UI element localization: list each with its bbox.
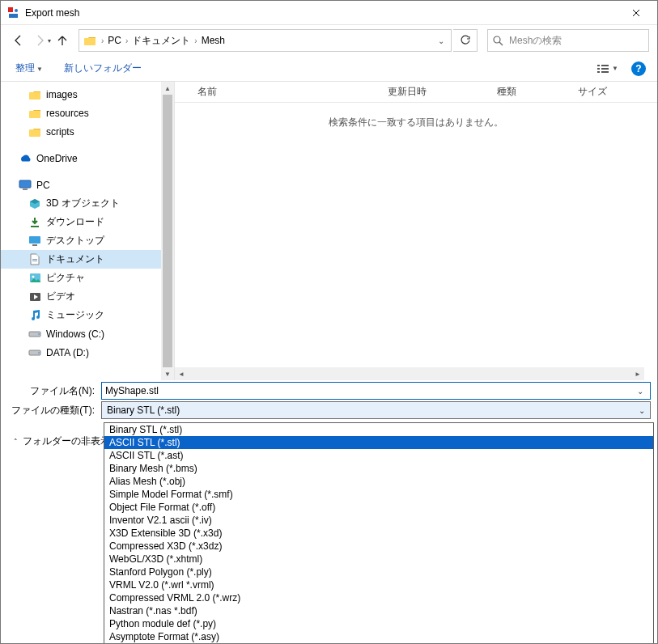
view-mode-button[interactable]: ▼ <box>592 60 623 78</box>
file-hscrollbar[interactable]: ◄ ► <box>175 367 644 380</box>
filetype-select[interactable]: Binary STL (*.stl) ⌄ <box>101 401 651 419</box>
col-type[interactable]: 種類 <box>497 85 578 99</box>
filetype-option[interactable]: Compressed VRML 2.0 (*.wrz) <box>104 591 653 604</box>
tree-item[interactable]: scripts <box>1 122 174 141</box>
filename-dropdown[interactable]: ⌄ <box>634 387 647 396</box>
tree-label: scripts <box>46 126 74 138</box>
filetype-dropdown[interactable]: Binary STL (*.stl)ASCII STL (*.stl)ASCII… <box>104 422 654 644</box>
download-icon <box>28 216 41 229</box>
drive-icon <box>28 346 41 359</box>
filetype-option[interactable]: VRML V2.0 (*.wrl *.vrml) <box>104 578 653 591</box>
tree-item[interactable]: ドキュメント <box>1 250 174 269</box>
svg-rect-8 <box>601 68 609 70</box>
refresh-button[interactable] <box>453 29 478 52</box>
filetype-option[interactable]: Stanford Polygon (*.ply) <box>104 566 653 578</box>
sidebar-scrollbar[interactable]: ▲ ▼ <box>161 82 174 380</box>
new-folder-button[interactable]: 新しいフォルダー <box>61 60 145 77</box>
tree-item[interactable]: resources <box>1 104 174 122</box>
svg-rect-5 <box>597 65 600 66</box>
tree-item[interactable]: 3D オブジェクト <box>1 194 174 213</box>
svg-rect-14 <box>19 180 31 188</box>
svg-point-4 <box>494 36 500 43</box>
drive-icon <box>28 328 41 341</box>
app-icon <box>7 6 20 19</box>
svg-point-22 <box>32 276 34 278</box>
filetype-option[interactable]: ASCII STL (*.stl) <box>104 436 653 449</box>
col-name[interactable]: 名前 <box>197 85 388 99</box>
scroll-right-icon[interactable]: ► <box>631 367 644 380</box>
recent-dropdown[interactable]: ▾ <box>48 37 51 44</box>
filetype-option[interactable]: Binary STL (*.stl) <box>104 423 653 436</box>
tree-item[interactable]: デスクトップ <box>1 231 174 250</box>
pc-icon <box>19 179 32 192</box>
tree-label: ダウンロード <box>46 215 104 229</box>
filetype-option[interactable]: Inventor V2.1 ascii (*.iv) <box>104 514 653 527</box>
col-date[interactable]: 更新日時 <box>388 85 497 99</box>
svg-point-25 <box>38 333 40 335</box>
tree-item[interactable]: DATA (D:) <box>1 343 174 362</box>
search-placeholder: Meshの検索 <box>509 34 562 48</box>
scroll-down-icon[interactable]: ▼ <box>161 367 174 380</box>
video-icon <box>28 290 41 303</box>
svg-rect-6 <box>601 65 609 66</box>
close-button[interactable] <box>618 1 654 25</box>
organize-button[interactable]: 整理▼ <box>12 60 46 77</box>
filetype-option[interactable]: WebGL/X3D (*.xhtml) <box>104 553 653 566</box>
scroll-up-icon[interactable]: ▲ <box>161 82 174 95</box>
tree-item[interactable]: ピクチャ <box>1 269 174 287</box>
folder-icon <box>28 88 41 101</box>
breadcrumb-documents[interactable]: ドキュメント <box>130 34 192 48</box>
nav-row: ▾ › PC › ドキュメント › Mesh ⌄ Meshの検索 <box>1 25 657 56</box>
tree-item[interactable]: ビデオ <box>1 287 174 306</box>
filetype-option[interactable]: Simple Model Format (*.smf) <box>104 488 653 501</box>
forward-button[interactable] <box>30 31 49 50</box>
onedrive-icon <box>19 152 32 165</box>
chevron-down-icon: ⌄ <box>639 406 645 415</box>
chevron-right-icon[interactable]: › <box>99 36 106 45</box>
filename-input-wrap[interactable]: ⌄ <box>101 382 651 400</box>
svg-rect-20 <box>32 261 37 261</box>
tree-item[interactable]: OneDrive <box>1 149 174 167</box>
address-dropdown[interactable]: ⌄ <box>435 36 448 45</box>
tree-item[interactable]: ダウンロード <box>1 213 174 231</box>
tree-item[interactable]: Windows (C:) <box>1 324 174 343</box>
tree-label: ミュージック <box>46 308 104 322</box>
tree-label: ピクチャ <box>46 271 85 285</box>
back-button[interactable] <box>9 31 28 50</box>
empty-message: 検索条件に一致する項目はありません。 <box>175 116 657 129</box>
svg-rect-13 <box>29 129 40 137</box>
folder-icon <box>28 125 41 138</box>
filetype-option[interactable]: Object File Format (*.off) <box>104 501 653 514</box>
col-size[interactable]: サイズ <box>578 85 657 99</box>
tree-item[interactable]: PC <box>1 176 174 194</box>
chevron-right-icon[interactable]: › <box>192 36 199 45</box>
tree-item[interactable]: images <box>1 85 174 104</box>
filename-input[interactable] <box>105 385 634 396</box>
cube-icon <box>28 197 41 210</box>
up-button[interactable] <box>53 31 72 50</box>
hide-folders-button[interactable]: フォルダーの非表示 <box>23 434 110 448</box>
filetype-option[interactable]: Binary Mesh (*.bms) <box>104 462 653 475</box>
folder-icon <box>28 107 41 120</box>
tree-item[interactable]: ミュージック <box>1 306 174 324</box>
svg-rect-17 <box>29 236 40 244</box>
main-area: imagesresourcesscriptsOneDrivePC3D オブジェク… <box>1 82 657 380</box>
address-bar[interactable]: › PC › ドキュメント › Mesh ⌄ <box>79 29 452 52</box>
filetype-option[interactable]: X3D Extensible 3D (*.x3d) <box>104 527 653 540</box>
chevron-right-icon[interactable]: › <box>123 36 130 45</box>
filetype-option[interactable]: Nastran (*.nas *.bdf) <box>104 604 653 617</box>
column-headers: 名前 更新日時 種類 サイズ <box>175 82 657 103</box>
chevron-up-icon[interactable]: ˄ <box>14 438 18 446</box>
scroll-left-icon[interactable]: ◄ <box>175 367 188 380</box>
filetype-option[interactable]: Compressed X3D (*.x3dz) <box>104 540 653 553</box>
search-box[interactable]: Meshの検索 <box>487 29 649 52</box>
document-icon <box>28 253 41 266</box>
filetype-option[interactable]: Asymptote Format (*.asy) <box>104 630 653 643</box>
scroll-thumb[interactable] <box>163 95 172 367</box>
breadcrumb-mesh[interactable]: Mesh <box>200 35 227 46</box>
filetype-option[interactable]: Python module def (*.py) <box>104 617 653 630</box>
filetype-option[interactable]: Alias Mesh (*.obj) <box>104 475 653 488</box>
filetype-option[interactable]: ASCII STL (*.ast) <box>104 449 653 462</box>
breadcrumb-pc[interactable]: PC <box>106 35 123 46</box>
help-button[interactable]: ? <box>631 61 646 76</box>
